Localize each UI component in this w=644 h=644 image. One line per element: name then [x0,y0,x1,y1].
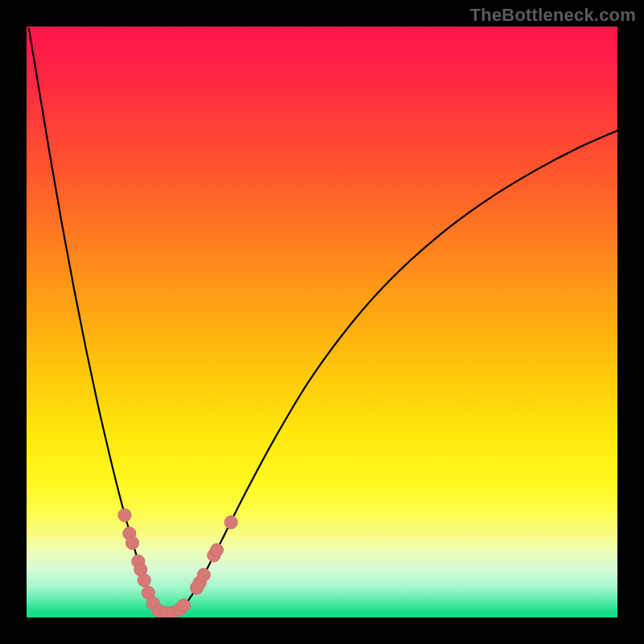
marker-dot [225,516,237,529]
plot-area [27,27,617,617]
bottleneck-curve-svg [27,27,617,617]
marker-dot [177,599,190,612]
marker-dot [138,574,151,587]
marker-dot [118,509,131,522]
watermark-text: TheBottleneck.com [470,5,636,26]
marker-dot [210,543,223,556]
marker-dot [126,536,138,549]
marker-group [118,509,237,617]
chart-frame: TheBottleneck.com [0,0,644,644]
marker-dot [197,568,210,581]
bottleneck-curve [29,29,617,613]
